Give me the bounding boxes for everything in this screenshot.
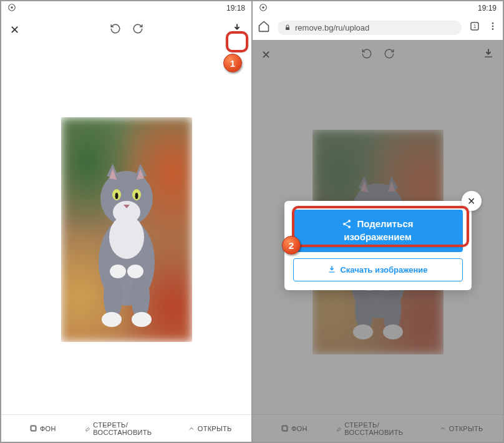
clock: 19:18 <box>226 4 245 12</box>
open-label: ОТКРЫТЬ <box>449 425 483 432</box>
close-icon[interactable]: ✕ <box>10 23 19 37</box>
open-button[interactable]: ОТКРЫТЬ <box>419 425 503 432</box>
editor-toolbar: ✕ <box>1 15 251 45</box>
svg-point-6 <box>135 193 138 199</box>
open-label: ОТКРЫТЬ <box>198 425 232 432</box>
erase-label: СТЕРЕТЬ/ВОССТАНОВИТЬ <box>93 421 168 436</box>
annotation-box-1 <box>226 31 248 52</box>
result-image <box>61 117 192 342</box>
redo-icon[interactable] <box>132 23 143 37</box>
home-icon[interactable] <box>258 20 270 35</box>
svg-point-36 <box>353 324 373 339</box>
close-icon[interactable]: ✕ <box>261 48 271 62</box>
bg-label: ФОН <box>291 425 308 432</box>
notification-icon <box>259 3 268 14</box>
notification-icon <box>7 3 16 14</box>
undo-icon[interactable] <box>110 23 121 37</box>
download-label: Скачать изображение <box>340 265 427 275</box>
download-small-icon <box>327 265 336 274</box>
svg-point-14 <box>110 265 126 278</box>
undo-icon[interactable] <box>361 48 372 62</box>
clock: 19:19 <box>478 4 497 12</box>
bg-button[interactable]: ФОН <box>1 425 85 432</box>
svg-text:1: 1 <box>473 24 477 29</box>
erase-button[interactable]: СТЕРЕТЬ/ВОССТАНОВИТЬ <box>336 421 420 436</box>
menu-icon[interactable] <box>488 21 498 34</box>
open-button[interactable]: ОТКРЫТЬ <box>168 425 251 432</box>
bottom-toolbar: ФОН СТЕРЕТЬ/ВОССТАНОВИТЬ ОТКРЫТЬ <box>253 414 503 442</box>
bg-button[interactable]: ФОН <box>253 425 336 432</box>
status-bar: 19:18 <box>1 1 251 15</box>
annotation-badge-2: 2 <box>282 236 301 255</box>
cat-subject <box>77 162 177 337</box>
svg-point-23 <box>492 22 494 24</box>
svg-point-19 <box>262 6 264 9</box>
redo-icon[interactable] <box>384 48 395 62</box>
erase-button[interactable]: СТЕРЕТЬ/ВОССТАНОВИТЬ <box>85 421 168 436</box>
browser-bar: remove.bg/ru/upload 1 <box>253 15 503 40</box>
editor-canvas <box>1 45 251 414</box>
erase-label: СТЕРЕТЬ/ВОССТАНОВИТЬ <box>344 421 419 436</box>
download-icon[interactable] <box>483 48 494 62</box>
svg-point-13 <box>132 312 152 327</box>
svg-point-15 <box>127 265 143 278</box>
svg-point-12 <box>102 312 122 327</box>
url-bar[interactable]: remove.bg/ru/upload <box>278 21 462 35</box>
svg-point-1 <box>11 6 13 9</box>
download-image-button[interactable]: Скачать изображение <box>293 258 463 281</box>
annotation-badge-1: 1 <box>223 54 242 72</box>
svg-point-37 <box>383 324 403 339</box>
status-bar: 19:19 <box>253 1 503 15</box>
tabs-icon[interactable]: 1 <box>469 21 480 34</box>
bottom-toolbar: ФОН СТЕРЕТЬ/ВОССТАНОВИТЬ ОТКРЫТЬ <box>1 414 251 442</box>
svg-point-24 <box>492 26 494 27</box>
editor-toolbar: ✕ <box>253 40 503 70</box>
url-text: remove.bg/ru/upload <box>295 23 369 32</box>
svg-point-5 <box>115 193 118 199</box>
svg-point-25 <box>492 28 494 30</box>
bg-label: ФОН <box>40 425 56 432</box>
annotation-box-2 <box>292 206 469 247</box>
lock-icon <box>284 24 291 31</box>
svg-point-9 <box>109 215 144 259</box>
svg-rect-20 <box>286 27 289 31</box>
